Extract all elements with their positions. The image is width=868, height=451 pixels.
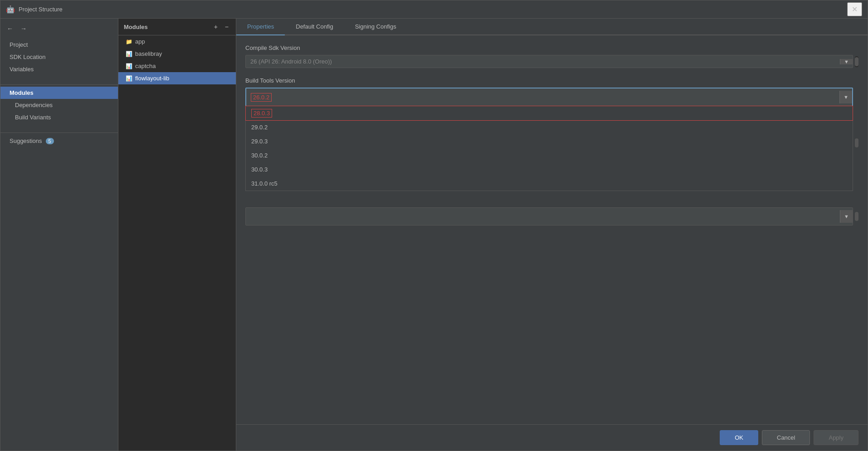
sidebar-item-variables[interactable]: Variables [0, 63, 118, 75]
module-item-flowlayout-lib[interactable]: 📊 flowlayout-lib [118, 72, 236, 84]
dropdown-item-30.0.3[interactable]: 30.0.3 [246, 162, 853, 176]
modules-actions: + − [212, 22, 230, 31]
properties-content: Compile Sdk Version 26 (API 26: Android … [236, 35, 868, 424]
suggestions-label: Suggestions [10, 137, 42, 144]
compile-sdk-scrollbar [855, 56, 858, 67]
dropdown-item-28.0.3[interactable]: 28.0.3 [246, 106, 853, 120]
sidebar-item-sdk-location[interactable]: SDK Location [0, 51, 118, 63]
project-structure-dialog: 🤖 Project Structure ✕ ← → Project SDK Lo… [0, 0, 868, 451]
compile-sdk-value: 26 (API 26: Android 8.0 (Oreo)) [250, 58, 840, 65]
title-bar: 🤖 Project Structure ✕ [0, 0, 868, 19]
compile-sdk-select[interactable]: 26 (API 26: Android 8.0 (Oreo)) ▼ [245, 55, 853, 68]
dropdown-label-28.0.3: 28.0.3 [251, 109, 272, 118]
sidebar-item-dependencies[interactable]: Dependencies [0, 99, 118, 111]
modules-header: Modules + − [118, 19, 236, 35]
tab-signing-configs[interactable]: Signing Configs [344, 19, 407, 35]
tabs-bar: Properties Default Config Signing Config… [236, 19, 868, 35]
tab-properties[interactable]: Properties [236, 19, 285, 35]
sidebar-item-build-variants[interactable]: Build Variants [0, 111, 118, 123]
folder-icon-baselibray: 📊 [126, 51, 132, 57]
dropdown-item-29.0.2[interactable]: 29.0.2 [246, 120, 853, 134]
android-icon: 🤖 [6, 5, 15, 14]
compile-sdk-row: 26 (API 26: Android 8.0 (Oreo)) ▼ [245, 55, 858, 68]
sidebar: ← → Project SDK Location Variables Modul… [0, 19, 118, 451]
build-tools-highlighted-value: 26.0.2 [251, 93, 272, 102]
suggestions-badge: 5 [46, 138, 54, 144]
bottom-field-row: ▼ [245, 207, 858, 226]
bottom-select[interactable]: ▼ [245, 207, 853, 226]
sidebar-nav: Project SDK Location Variables [0, 39, 118, 83]
dropdown-item-29.0.3[interactable]: 29.0.3 [246, 134, 853, 148]
dropdown-item-30.0.2[interactable]: 30.0.2 [246, 148, 853, 162]
modules-title: Modules [124, 24, 148, 30]
dialog-title: Project Structure [19, 6, 847, 13]
build-tools-row: 26.0.2 ▼ 28.0.3 29.0.2 29.0.3 30.0.2 [245, 88, 858, 198]
forward-button[interactable]: → [20, 24, 28, 33]
main-content: ← → Project SDK Location Variables Modul… [0, 19, 868, 451]
folder-icon-flowlayout: 📊 [126, 75, 132, 82]
module-item-baselibray[interactable]: 📊 baselibray [118, 48, 236, 60]
build-tools-dropdown-btn[interactable]: ▼ [839, 91, 852, 103]
compile-sdk-scrollbar-thumb [855, 57, 858, 66]
sidebar-item-suggestions[interactable]: Suggestions 5 [0, 135, 118, 147]
module-item-app[interactable]: 📁 app [118, 35, 236, 48]
build-tools-select-wrapper: 26.0.2 ▼ 28.0.3 29.0.2 29.0.3 30.0.2 [245, 88, 853, 198]
compile-sdk-label: Compile Sdk Version [245, 44, 858, 51]
bottom-scrollbar-thumb [855, 212, 858, 221]
modules-list: 📁 app 📊 baselibray 📊 captcha 📊 flowlayou… [118, 35, 236, 451]
build-tools-selected-row[interactable]: 26.0.2 ▼ [245, 88, 853, 107]
dropdown-item-31.0.0-rc5[interactable]: 31.0.0 rc5 [246, 176, 853, 191]
footer: OK Cancel Apply [236, 424, 868, 451]
cancel-button[interactable]: Cancel [762, 430, 810, 445]
module-label-baselibray: baselibray [135, 50, 162, 57]
build-tools-label: Build Tools Version [245, 77, 858, 84]
remove-module-button[interactable]: − [223, 22, 230, 31]
add-module-button[interactable]: + [212, 22, 219, 31]
sidebar-item-modules[interactable]: Modules [0, 87, 118, 99]
ok-button[interactable]: OK [720, 430, 758, 445]
bottom-scrollbar [855, 211, 858, 222]
compile-sdk-dropdown-btn[interactable]: ▼ [840, 59, 853, 64]
module-item-captcha[interactable]: 📊 captcha [118, 60, 236, 72]
module-label-flowlayout: flowlayout-lib [135, 75, 169, 82]
right-content: Properties Default Config Signing Config… [236, 19, 868, 451]
back-button[interactable]: ← [6, 24, 14, 33]
modules-panel: Modules + − 📁 app 📊 baselibray 📊 captcha [118, 19, 236, 451]
build-tools-scrollbar [855, 137, 858, 148]
folder-icon-app: 📁 [126, 39, 132, 45]
sidebar-item-project[interactable]: Project [0, 39, 118, 51]
build-tools-dropdown: 28.0.3 29.0.2 29.0.3 30.0.2 30.0.3 31.0.… [245, 106, 853, 191]
compile-sdk-select-wrapper: 26 (API 26: Android 8.0 (Oreo)) ▼ [245, 55, 853, 68]
nav-controls: ← → [0, 22, 118, 39]
build-tools-selected-value: 26.0.2 [251, 94, 839, 101]
folder-icon-captcha: 📊 [126, 63, 132, 69]
module-label-app: app [135, 38, 145, 45]
tab-default-config[interactable]: Default Config [285, 19, 344, 35]
sidebar-modules-section: Modules Dependencies Build Variants [0, 87, 118, 131]
bottom-select-dropdown-btn[interactable]: ▼ [840, 210, 853, 223]
module-label-captcha: captcha [135, 63, 156, 69]
close-button[interactable]: ✕ [847, 2, 862, 16]
apply-button[interactable]: Apply [814, 430, 858, 445]
build-tools-scrollbar-thumb [855, 138, 858, 147]
